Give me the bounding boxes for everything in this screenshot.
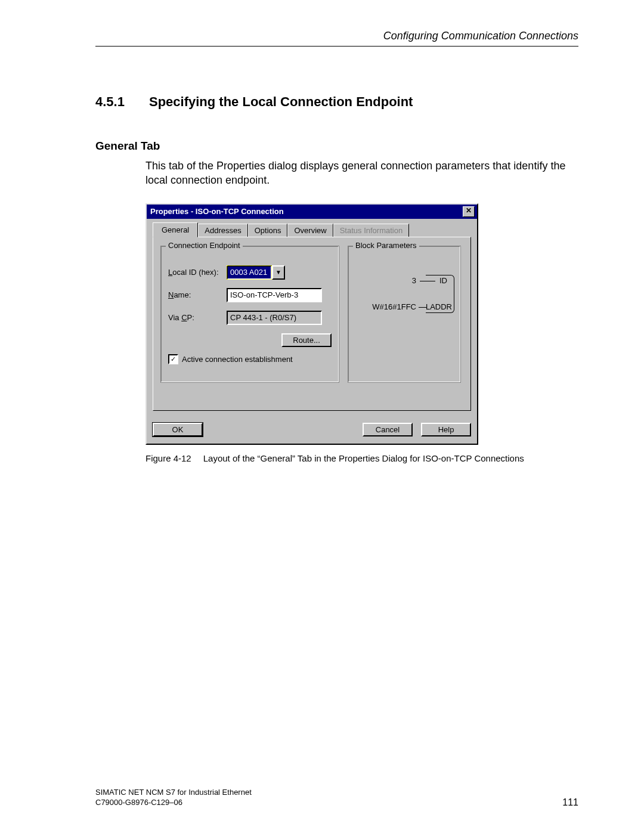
tab-strip: General Addresses Options Overview Statu…: [153, 222, 471, 237]
active-connection-checkbox[interactable]: ✓: [168, 354, 178, 364]
bp-laddr-value: W#16#1FFC: [372, 302, 416, 311]
ok-button[interactable]: OK: [153, 423, 203, 436]
tab-panel-general: Connection Endpoint Local ID (hex): 0003…: [153, 237, 471, 411]
name-input[interactable]: ISO-on-TCP-Verb-3: [227, 288, 322, 302]
tab-status-information: Status Information: [333, 224, 410, 237]
page-footer: SIMATIC NET NCM S7 for Industrial Ethern…: [95, 788, 578, 808]
footer-line-1: SIMATIC NET NCM S7 for Industrial Ethern…: [95, 788, 252, 798]
group-block-parameters: Block Parameters 3 ID W#16#1FFC LADDR: [348, 246, 461, 383]
figure-caption: Figure 4-12 Layout of the “General” Tab …: [145, 453, 578, 463]
tab-addresses[interactable]: Addresses: [198, 224, 247, 237]
via-cp-value: CP 443-1 - (R0/S7): [227, 311, 322, 325]
tab-general[interactable]: General: [153, 222, 198, 237]
tab-options[interactable]: Options: [248, 224, 288, 237]
dialog-button-row: OK Cancel Help: [147, 417, 477, 444]
block-parameters-diagram: 3 ID W#16#1FFC LADDR: [355, 275, 453, 335]
active-connection-label: Active connection establishment: [182, 355, 293, 364]
name-label: Name:: [168, 290, 227, 299]
dialog-titlebar: Properties - ISO-on-TCP Connection ✕: [147, 205, 477, 219]
running-header: Configuring Communication Connections: [95, 30, 578, 47]
section-heading: 4.5.1 Specifying the Local Connection En…: [95, 94, 578, 110]
via-cp-label: Via CP:: [168, 313, 227, 322]
group-legend-endpoint: Connection Endpoint: [166, 241, 243, 250]
properties-dialog: Properties - ISO-on-TCP Connection ✕ Gen…: [145, 203, 478, 445]
close-button[interactable]: ✕: [463, 206, 475, 217]
local-id-label: Local ID (hex):: [168, 268, 227, 277]
section-title: Specifying the Local Connection Endpoint: [149, 94, 413, 110]
footer-line-2: C79000-G8976-C129–06: [95, 798, 252, 808]
figure-number: Figure 4-12: [145, 453, 191, 463]
subsection-title: General Tab: [95, 140, 578, 153]
group-connection-endpoint: Connection Endpoint Local ID (hex): 0003…: [160, 246, 339, 383]
chevron-down-icon[interactable]: ▼: [272, 265, 285, 280]
intro-paragraph: This tab of the Properties dialog displa…: [145, 159, 578, 188]
route-button[interactable]: Route...: [281, 333, 332, 347]
local-id-value[interactable]: 0003 A021: [227, 265, 272, 280]
group-legend-block: Block Parameters: [353, 241, 419, 250]
section-number: 4.5.1: [95, 94, 149, 110]
local-id-combo[interactable]: 0003 A021 ▼: [227, 265, 285, 280]
help-button[interactable]: Help: [421, 423, 471, 436]
figure-text: Layout of the “General” Tab in the Prope…: [203, 453, 524, 463]
page-number: 111: [562, 797, 578, 808]
cancel-button[interactable]: Cancel: [363, 423, 413, 436]
dialog-title: Properties - ISO-on-TCP Connection: [150, 207, 284, 216]
bp-id-value: 3: [412, 276, 416, 285]
tab-overview[interactable]: Overview: [287, 224, 333, 237]
